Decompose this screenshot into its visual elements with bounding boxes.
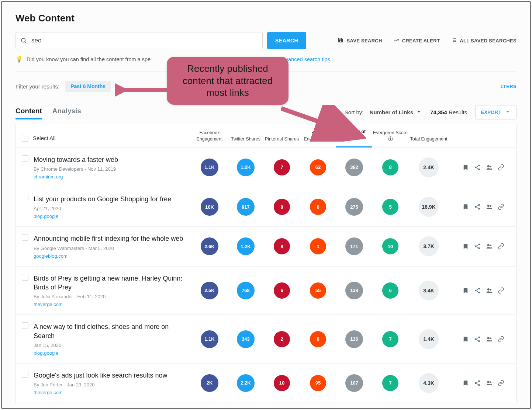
- tab-analysis[interactable]: Analysis: [52, 107, 81, 119]
- link-icon[interactable]: [498, 243, 504, 250]
- people-icon[interactable]: [486, 380, 493, 386]
- result-title[interactable]: Announcing mobile first indexing for the…: [34, 234, 191, 243]
- col-header-evergreen[interactable]: Evergreen Score ⓘ: [372, 130, 408, 147]
- result-domain[interactable]: theverge.com: [34, 302, 63, 307]
- link-icon[interactable]: [498, 336, 504, 343]
- result-title[interactable]: Google's ads just look like search resul…: [34, 371, 191, 380]
- result-title[interactable]: List your products on Google Shopping fo…: [34, 195, 191, 204]
- create-alert-button[interactable]: CREATE ALERT: [393, 37, 440, 44]
- save-search-button[interactable]: SAVE SEARCH: [338, 37, 382, 44]
- sort-dropdown[interactable]: Sort by: Number of Links: [345, 108, 422, 116]
- metric-facebook: 1.1K: [201, 330, 218, 348]
- col-header-twitter[interactable]: Twitter Shares: [228, 136, 264, 147]
- bookmark-icon[interactable]: [462, 243, 469, 250]
- result-title[interactable]: Birds of Prey is getting a new name, Har…: [34, 274, 191, 292]
- col-header-facebook[interactable]: Facebook Engagement: [191, 130, 228, 147]
- all-saved-searches-button[interactable]: ALL SAVED SEARCHES: [451, 37, 517, 44]
- search-input[interactable]: [31, 37, 262, 44]
- svg-point-17: [490, 205, 492, 207]
- search-box[interactable]: [15, 32, 263, 49]
- result-domain[interactable]: blog.google: [34, 350, 58, 356]
- metric-evergreen: 7: [382, 375, 398, 391]
- row-checkbox[interactable]: [22, 195, 28, 201]
- svg-point-26: [487, 288, 490, 291]
- bookmark-icon[interactable]: [462, 336, 469, 343]
- metric-pinterest: 2: [274, 331, 290, 347]
- link-icon[interactable]: [498, 164, 504, 171]
- share-icon[interactable]: [474, 336, 481, 343]
- people-icon[interactable]: [486, 336, 493, 343]
- metric-links: 171: [345, 237, 363, 255]
- svg-point-19: [475, 246, 477, 247]
- filter-chip-date[interactable]: Past 6 Months: [65, 81, 111, 92]
- result-byline: By Chrome Developers - Nov 11, 2019: [34, 166, 191, 172]
- metric-links: 382: [345, 159, 363, 176]
- link-icon[interactable]: [498, 380, 504, 386]
- people-icon[interactable]: [486, 164, 493, 171]
- svg-point-13: [478, 204, 480, 206]
- result-domain[interactable]: blog.google: [34, 213, 58, 219]
- share-icon[interactable]: [474, 204, 481, 210]
- bookmark-icon[interactable]: [462, 204, 469, 210]
- metric-reddit: 1: [310, 238, 326, 254]
- row-checkbox[interactable]: [22, 234, 28, 241]
- share-icon[interactable]: [474, 380, 481, 386]
- svg-point-35: [478, 384, 480, 386]
- share-icon[interactable]: [474, 243, 481, 250]
- tab-content[interactable]: Content: [15, 107, 42, 119]
- metric-pinterest: 0: [274, 199, 290, 215]
- col-header-pinterest[interactable]: Pinterest Shares: [264, 136, 300, 147]
- svg-point-16: [487, 205, 490, 207]
- bookmark-icon[interactable]: [462, 380, 469, 386]
- people-icon[interactable]: [486, 287, 493, 294]
- svg-point-18: [478, 244, 480, 246]
- metric-reddit: 62: [310, 159, 326, 176]
- metric-total: 3.7K: [419, 236, 439, 256]
- result-title[interactable]: A new way to find clothes, shoes and mor…: [34, 322, 191, 340]
- metric-twitter: 343: [237, 330, 255, 348]
- table-row: A new way to find clothes, shoes and mor…: [16, 315, 516, 363]
- svg-point-20: [478, 247, 480, 249]
- metric-total: 1.4K: [419, 329, 439, 349]
- link-icon[interactable]: [498, 204, 504, 210]
- all-saved-label: ALL SAVED SEARCHES: [460, 38, 517, 44]
- select-all-checkbox[interactable]: [22, 135, 28, 142]
- col-header-links[interactable]: Number of Links: [336, 129, 372, 147]
- search-button[interactable]: SEARCH: [267, 32, 306, 49]
- people-icon[interactable]: [486, 243, 493, 250]
- share-icon[interactable]: [474, 164, 481, 171]
- result-title[interactable]: Moving towards a faster web: [34, 155, 191, 164]
- row-checkbox[interactable]: [22, 322, 28, 329]
- col-header-reddit[interactable]: Reddit Engagements: [300, 130, 336, 147]
- row-checkbox[interactable]: [22, 371, 28, 378]
- svg-point-9: [475, 167, 477, 168]
- export-button[interactable]: EXPORT: [475, 105, 517, 119]
- table-row: Birds of Prey is getting a new name, Har…: [16, 266, 516, 315]
- svg-point-30: [478, 340, 480, 342]
- metric-facebook: 2.5K: [201, 282, 218, 299]
- link-icon[interactable]: [498, 287, 504, 294]
- bookmark-icon[interactable]: [462, 164, 469, 171]
- metric-links: 275: [345, 198, 363, 216]
- filters-link[interactable]: LTERS: [501, 84, 517, 89]
- result-domain[interactable]: theverge.com: [34, 390, 63, 395]
- divider: [15, 72, 517, 72]
- result-domain[interactable]: chromium.org: [34, 174, 63, 180]
- filters-link-label: LTERS: [501, 84, 517, 89]
- row-checkbox[interactable]: [22, 274, 28, 281]
- share-icon[interactable]: [474, 287, 481, 294]
- bookmark-icon[interactable]: [462, 287, 469, 294]
- result-byline: Apr 21, 2020: [34, 206, 191, 211]
- row-checkbox[interactable]: [22, 155, 28, 162]
- svg-point-32: [490, 337, 492, 339]
- trend-up-icon: [393, 37, 399, 44]
- row-actions: [449, 243, 504, 250]
- svg-point-23: [478, 288, 480, 289]
- metric-links: 107: [345, 374, 363, 392]
- result-domain[interactable]: googleblog.com: [34, 253, 68, 259]
- people-icon[interactable]: [486, 204, 493, 210]
- metric-twitter: 1.2K: [237, 159, 255, 176]
- advanced-search-tips-link[interactable]: Advanced search tips: [279, 56, 330, 62]
- col-header-total[interactable]: Total Engagement: [408, 136, 449, 147]
- row-actions: [449, 204, 504, 210]
